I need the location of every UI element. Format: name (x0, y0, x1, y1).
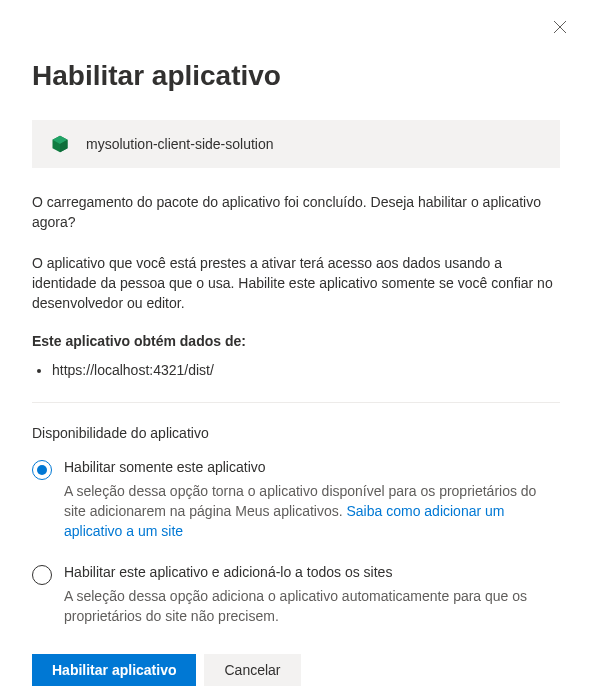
trust-warning-text: O aplicativo que você está prestes a ati… (32, 253, 560, 314)
app-banner: mysolution-client-side-solution (32, 120, 560, 168)
app-name: mysolution-client-side-solution (86, 136, 274, 152)
availability-radio-group: Habilitar somente este aplicativo A sele… (32, 459, 560, 626)
close-icon (553, 20, 567, 37)
enable-app-button[interactable]: Habilitar aplicativo (32, 654, 196, 686)
data-sources-list: https://localhost:4321/dist/ (32, 359, 560, 381)
enable-app-dialog: Habilitar aplicativo mysolution-client-s… (0, 0, 592, 690)
radio-description: A seleção dessa opção adiciona o aplicat… (64, 586, 560, 627)
dialog-footer: Habilitar aplicativo Cancelar (32, 654, 560, 686)
radio-icon (32, 460, 52, 480)
radio-label: Habilitar somente este aplicativo (64, 459, 560, 475)
data-sources-heading: Este aplicativo obtém dados de: (32, 333, 560, 349)
data-source-item: https://localhost:4321/dist/ (52, 359, 560, 381)
intro-text: O carregamento do pacote do aplicativo f… (32, 192, 560, 233)
radio-icon (32, 565, 52, 585)
availability-heading: Disponibilidade do aplicativo (32, 425, 560, 441)
radio-enable-only[interactable]: Habilitar somente este aplicativo A sele… (32, 459, 560, 542)
radio-enable-all-sites[interactable]: Habilitar este aplicativo e adicioná-lo … (32, 564, 560, 627)
package-icon (50, 134, 70, 154)
dialog-title: Habilitar aplicativo (32, 60, 560, 92)
radio-label: Habilitar este aplicativo e adicioná-lo … (64, 564, 560, 580)
radio-description: A seleção dessa opção torna o aplicativo… (64, 481, 560, 542)
divider (32, 402, 560, 403)
close-button[interactable] (544, 12, 576, 44)
cancel-button[interactable]: Cancelar (204, 654, 300, 686)
